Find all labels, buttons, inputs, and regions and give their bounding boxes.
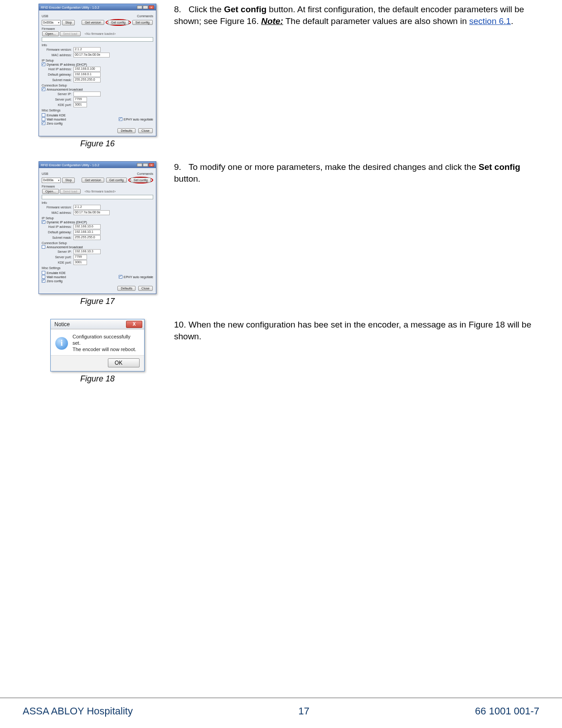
ok-button[interactable]: OK [108, 358, 140, 367]
firmware-label: Firmware [42, 185, 153, 188]
sendload-button[interactable]: Send load [60, 31, 81, 36]
step-8-number: 8. [174, 4, 189, 15]
stop-button[interactable]: Stop [62, 20, 75, 25]
notice-message: Configuration successfully set. The enco… [73, 334, 140, 352]
zero-checkbox[interactable] [42, 279, 45, 283]
get-config-button[interactable]: Get config [106, 178, 127, 183]
emulate-checkbox[interactable] [42, 271, 45, 275]
set-config-bold: Set config [479, 162, 520, 172]
serverport-label: Server port: [45, 256, 73, 259]
open-button[interactable]: Open... [42, 31, 59, 36]
close-button[interactable]: Close [138, 128, 153, 133]
window-titlebar: RFID Encoder Configuration Utility - 1.0… [39, 162, 156, 168]
emulate-checkbox[interactable] [42, 113, 45, 117]
figure-17-caption: Figure 17 [23, 297, 172, 306]
wall-label: Wall mounted [47, 118, 66, 121]
zero-checkbox[interactable] [42, 121, 45, 125]
dhcp-checkbox[interactable] [42, 220, 45, 224]
gateway-value[interactable]: 192.168.0.1 [73, 72, 101, 77]
mac-label: MAC address: [45, 53, 73, 57]
ephy-label: EPHY auto negotiate [124, 275, 153, 279]
gateway-label: Default gateway: [45, 73, 73, 76]
get-config-bold: Get config [224, 5, 266, 14]
config-window-fig16: RFID Encoder Configuration Utility - 1.0… [39, 4, 156, 136]
close-icon[interactable]: x [149, 163, 154, 167]
dhcp-checkbox[interactable] [42, 63, 45, 66]
subnet-value[interactable]: 255.255.255.0 [73, 235, 101, 240]
notice-titlebar: Notice X [51, 319, 144, 329]
get-version-button[interactable]: Get version [82, 178, 104, 183]
step-9-number: 9. [174, 161, 189, 173]
usb-label: USB [42, 14, 48, 18]
notice-title-text: Notice [54, 321, 70, 328]
get-config-button[interactable]: Get config [108, 20, 129, 25]
misc-label: Misc Settings [42, 109, 153, 112]
hostip-value[interactable]: 192.168.10.6 [73, 224, 101, 229]
close-button[interactable]: Close [138, 286, 153, 291]
step-10-row: Notice X i Configuration successfully se… [23, 319, 539, 384]
stop-button[interactable]: Stop [62, 178, 75, 183]
set-config-button[interactable]: Set config [132, 20, 153, 25]
serverport-value[interactable]: 7799 [73, 97, 87, 102]
step-8-text: 8.Click the Get config button. At first … [172, 4, 539, 27]
gateway-value[interactable]: 192.168.10.1 [73, 230, 101, 235]
fw-version-value: 2.1.2 [73, 205, 101, 210]
maximize-icon[interactable]: ▢ [143, 5, 148, 9]
fw-version-label: Firmware version: [45, 48, 73, 51]
subnet-label: Subnet mask: [45, 236, 73, 239]
ephy-label: EPHY auto negotiate [124, 118, 153, 121]
hostip-value[interactable]: 192.168.0.100 [73, 67, 101, 72]
note-label: Note: [261, 16, 283, 26]
get-version-button[interactable]: Get version [82, 20, 104, 25]
usb-select[interactable]: 0x000a [42, 178, 61, 183]
subnet-label: Subnet mask: [45, 78, 73, 82]
announce-checkbox[interactable] [42, 87, 45, 91]
ephy-checkbox[interactable] [119, 275, 122, 279]
no-firmware-text: <No firmware loaded> [85, 32, 116, 35]
window-controls: –▢x [136, 163, 154, 167]
emulate-label: Emulate KDE [47, 271, 66, 275]
progress-bar [42, 195, 153, 199]
no-firmware-text: <No firmware loaded> [85, 190, 116, 193]
close-icon[interactable]: x [149, 5, 154, 9]
announce-checkbox[interactable] [42, 245, 45, 249]
commands-label: Commands [137, 14, 153, 18]
sendload-button[interactable]: Send load [60, 189, 81, 194]
figure-17-container: RFID Encoder Configuration Utility - 1.0… [23, 161, 172, 306]
defaults-button[interactable]: Defaults [117, 128, 136, 133]
usb-label: USB [42, 172, 48, 175]
kdeport-label: KDE port: [45, 103, 73, 106]
serverip-value[interactable]: 192.168.10.3 [73, 249, 101, 254]
close-icon[interactable]: X [126, 321, 142, 328]
footer-company: ASSA ABLOY Hospitality [23, 705, 133, 717]
gateway-label: Default gateway: [45, 231, 73, 234]
subnet-value[interactable]: 255.255.255.0 [73, 77, 101, 82]
mac-value: 00:17:7a:0a:00:0e [73, 53, 110, 58]
kdeport-value[interactable]: 3001 [73, 260, 87, 265]
dhcp-label: Dynamic IP address (DHCP) [47, 63, 87, 66]
highlight-oval: Set config [128, 177, 153, 183]
minimize-icon[interactable]: – [137, 5, 142, 9]
window-titlebar: RFID Encoder Configuration Utility - 1.0… [39, 4, 156, 10]
kdeport-label: KDE port: [45, 261, 73, 264]
serverport-value[interactable]: 7799 [73, 255, 87, 260]
figure-18-container: Notice X i Configuration successfully se… [23, 319, 172, 384]
progress-bar [42, 37, 153, 42]
footer-page-number: 17 [298, 705, 309, 717]
announce-label: Announcement broadcast [47, 246, 83, 249]
open-button[interactable]: Open... [42, 189, 59, 194]
defaults-button[interactable]: Defaults [117, 286, 136, 291]
wall-label: Wall mounted [47, 275, 66, 279]
ephy-checkbox[interactable] [119, 117, 122, 121]
set-config-button[interactable]: Set config [131, 178, 151, 183]
section-6-1-link[interactable]: section 6.1 [469, 16, 511, 26]
usb-select[interactable]: 0x000a [42, 20, 61, 25]
minimize-icon[interactable]: – [137, 163, 142, 167]
step-10-number: 10. [174, 319, 189, 331]
serverip-value[interactable] [73, 92, 101, 96]
mac-value: 00:17:7a:0a:00:0e [73, 210, 110, 215]
maximize-icon[interactable]: ▢ [143, 163, 148, 167]
kdeport-value[interactable]: 3001 [73, 102, 87, 107]
fw-version-label: Firmware version: [45, 206, 73, 209]
step-9-text: 9.To modify one or more parameters, make… [172, 161, 539, 184]
